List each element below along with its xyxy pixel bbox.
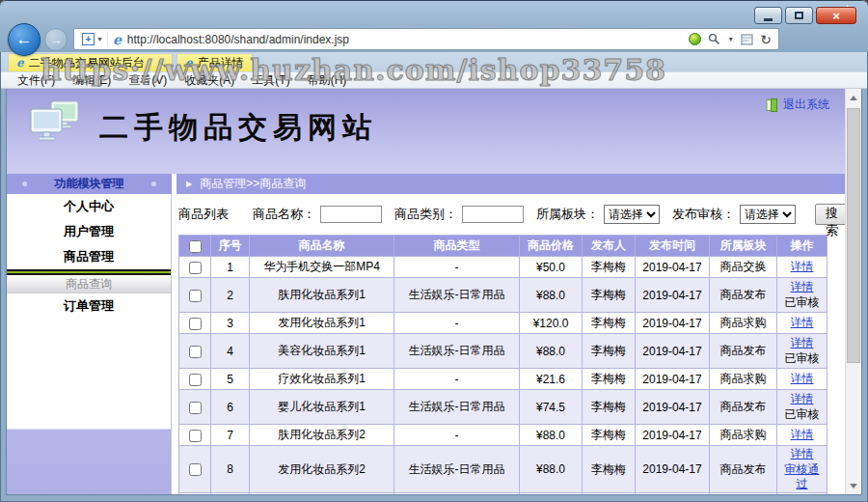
product-name: 发用化妆品系列1 — [250, 313, 394, 334]
column-header: 发布人 — [583, 236, 636, 257]
type-filter-label: 商品类别： — [394, 206, 457, 223]
exit-door-icon — [766, 98, 778, 112]
maximize-button[interactable] — [785, 7, 813, 24]
menu-item[interactable]: 查看(V) — [120, 72, 176, 89]
type-filter-input[interactable] — [462, 206, 524, 223]
row-index: 1 — [211, 257, 250, 278]
search-icon[interactable] — [708, 33, 720, 45]
product-name: 发用化妆品系列2 — [250, 446, 394, 493]
vertical-scrollbar[interactable] — [845, 89, 861, 494]
table-row: 7肤用化妆品系列2-¥88.0李梅梅2019-04-17商品求购详情 — [179, 425, 827, 446]
detail-link[interactable]: 详情 — [791, 372, 814, 386]
detail-link[interactable]: 详情 — [791, 280, 814, 294]
row-select-cell — [179, 446, 211, 493]
row-index: 5 — [211, 369, 250, 390]
close-button[interactable]: × — [816, 7, 856, 24]
product-type: - — [394, 313, 520, 334]
name-filter-input[interactable] — [320, 206, 382, 223]
detail-link[interactable]: 详情 — [791, 336, 814, 350]
url-text[interactable]: http://localhost:8080/shand/admin/index.… — [127, 33, 349, 46]
detail-link[interactable]: 审核通过 — [779, 462, 825, 491]
table-header-row: 序号商品名称商品类型商品价格发布人发布时间所属板块操作 — [179, 236, 827, 257]
tab-close-icon[interactable]: × — [158, 57, 164, 69]
page-icon[interactable] — [741, 34, 753, 45]
board: 商品发布 — [710, 334, 777, 369]
board: 商品求购 — [710, 425, 777, 446]
publisher: 李梅梅 — [583, 334, 636, 369]
page-viewport: 二手物品交易网站 退出系统 功能模块管理 ▶ — [7, 89, 861, 494]
search-dropdown-icon[interactable]: ▼ — [727, 36, 734, 42]
menu-item[interactable]: 收藏夹(A) — [176, 72, 243, 89]
publish-date: 2019-04-17 — [636, 390, 710, 425]
table-row: 6婴儿化妆品系列1生活娱乐-日常用品¥74.5李梅梅2019-04-17商品发布… — [179, 390, 827, 425]
board: 商品求购 — [710, 369, 777, 390]
compatibility-view-button[interactable]: + ▼ — [78, 32, 108, 46]
operations-cell: 详情审核通过 — [777, 446, 827, 493]
row-checkbox[interactable] — [189, 262, 202, 274]
product-name: 肤用化妆品系列1 — [250, 278, 394, 313]
sidebar-item[interactable]: 个人中心 — [7, 194, 171, 219]
row-select-cell — [179, 257, 211, 278]
row-checkbox[interactable] — [189, 463, 202, 476]
operations-cell: 详情已审核 — [777, 390, 827, 425]
back-button[interactable]: ← — [8, 23, 41, 56]
detail-link[interactable]: 详情 — [791, 316, 814, 330]
product-type: 生活娱乐-日常用品 — [394, 278, 520, 313]
menu-item[interactable]: 工具(T) — [243, 72, 298, 89]
table-row: 4美容化妆品系列1生活娱乐-日常用品¥88.0李梅梅2019-04-17商品发布… — [179, 334, 827, 369]
row-checkbox[interactable] — [189, 318, 202, 330]
row-checkbox[interactable] — [189, 374, 202, 386]
detail-link[interactable]: 详情 — [791, 447, 814, 461]
site-status-orb-icon — [689, 33, 701, 45]
board-filter-select[interactable]: 请选择 — [604, 205, 660, 224]
row-select-cell — [179, 493, 211, 495]
scroll-down-button[interactable] — [846, 478, 861, 493]
scrollbar-thumb[interactable] — [847, 108, 860, 363]
search-button[interactable]: 搜索 — [815, 204, 845, 225]
tabs: e 二手物品交易网站后台 × e 产品详情 — [8, 52, 257, 71]
product-price: ¥50.0 — [520, 257, 583, 278]
site-logo-icon — [28, 100, 84, 145]
refresh-icon[interactable]: ↻ — [760, 33, 772, 46]
column-header: 商品价格 — [520, 236, 583, 257]
scroll-up-button[interactable] — [846, 90, 861, 105]
row-checkbox[interactable] — [189, 346, 202, 358]
select-all-checkbox[interactable] — [189, 240, 202, 253]
sidebar-item[interactable]: 用户管理 — [7, 219, 171, 244]
tab-product-detail[interactable]: e 产品详情 — [176, 53, 253, 71]
detail-link[interactable]: 详情 — [791, 260, 814, 274]
operations-cell: 详情 — [777, 493, 827, 495]
product-price: ¥120.0 — [520, 313, 583, 334]
scroll-up-icon — [850, 96, 857, 100]
minimize-icon — [764, 18, 773, 21]
board: 商品发布 — [710, 446, 777, 493]
menu-item[interactable]: 编辑(E) — [64, 72, 120, 89]
sidebar-item[interactable]: 订单管理 — [7, 293, 171, 319]
menu-item[interactable]: 文件(F) — [9, 72, 64, 89]
product-name: 疗效化妆品系列1 — [250, 369, 394, 390]
row-checkbox[interactable] — [189, 430, 202, 442]
sidebar-panel-title-label: 功能模块管理 — [55, 176, 124, 192]
tab-admin-backend[interactable]: e 二手物品交易网站后台 × — [8, 53, 173, 71]
detail-link[interactable]: 详情 — [791, 428, 814, 442]
table-row: 8发用化妆品系列2生活娱乐-日常用品¥88.0李梅梅2019-04-17商品发布… — [179, 446, 827, 493]
forward-button[interactable]: → — [44, 28, 68, 51]
row-checkbox[interactable] — [189, 402, 202, 414]
product-price: ¥74.5 — [520, 390, 583, 425]
detail-link[interactable]: 详情 — [791, 392, 814, 406]
select-all-header-cell — [179, 236, 211, 257]
operations-cell: 详情 — [777, 313, 827, 334]
filter-bar: 商品列表 商品名称： 商品类别： 所属板块： 请选择 发布审核： 请选择 搜索 … — [178, 194, 845, 235]
sidebar-item[interactable]: 商品管理 — [7, 244, 171, 269]
logout-link[interactable]: 退出系统 — [766, 97, 829, 113]
sidebar-item-product-query[interactable]: 商品查询 — [7, 275, 171, 293]
row-checkbox[interactable] — [189, 290, 202, 302]
minimize-button[interactable] — [754, 7, 782, 24]
audit-filter-select[interactable]: 请选择 — [740, 205, 796, 224]
row-index: 4 — [211, 334, 250, 369]
board: 商品发布 — [710, 278, 777, 313]
menu-item[interactable]: 帮助(H) — [299, 72, 356, 89]
product-table-body: 1华为手机交换一部MP4-¥50.0李梅梅2019-04-17商品交换详情2肤用… — [179, 257, 827, 495]
address-bar[interactable]: + ▼ e http://localhost:8080/shand/admin/… — [73, 28, 779, 50]
column-header: 所属板块 — [710, 236, 777, 257]
